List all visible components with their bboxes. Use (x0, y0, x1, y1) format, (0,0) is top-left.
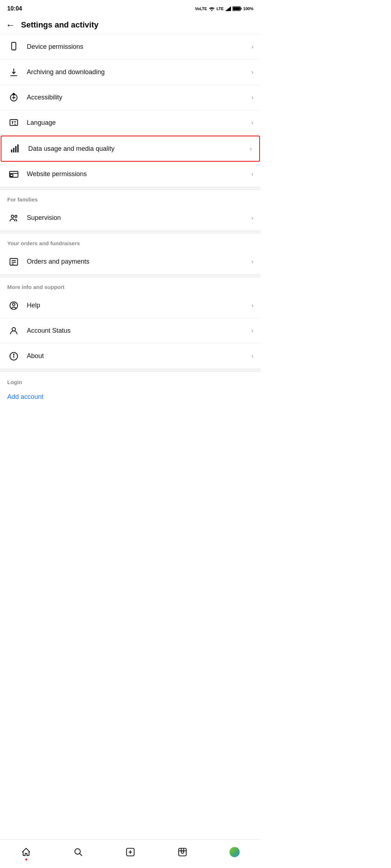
supervision-label: Supervision (27, 214, 61, 222)
settings-item-accessibility[interactable]: Accessibility › (0, 85, 261, 110)
settings-item-data-usage[interactable]: Data usage and media quality › (1, 136, 260, 162)
lte-icon: LTE (216, 7, 224, 11)
page-title: Settings and activity (21, 20, 98, 30)
back-button[interactable]: ← (6, 20, 15, 30)
svg-marker-1 (225, 7, 231, 11)
section-header-support: More info and support (0, 277, 261, 293)
supervision-icon (7, 212, 20, 225)
section-divider-families (0, 187, 261, 190)
login-header: Login (7, 379, 253, 385)
section-divider-support (0, 275, 261, 277)
svg-rect-4 (233, 7, 240, 10)
svg-rect-3 (240, 8, 241, 10)
section-divider-login (0, 369, 261, 372)
help-icon (7, 299, 20, 312)
svg-point-0 (211, 10, 212, 11)
signal-icon (225, 6, 231, 11)
chevron-icon: › (251, 258, 253, 265)
svg-point-32 (13, 354, 14, 354)
add-account-button[interactable]: Add account (7, 390, 253, 404)
chevron-icon: › (251, 43, 253, 51)
svg-rect-13 (10, 119, 18, 125)
section-header-orders: Your orders and fundraisers (0, 234, 261, 249)
settings-item-website-permissions[interactable]: Website permissions › (0, 162, 261, 187)
website-permissions-label: Website permissions (27, 170, 87, 178)
about-label: About (27, 352, 44, 360)
help-label: Help (27, 302, 40, 309)
language-label: Language (27, 119, 56, 127)
orders-payments-label: Orders and payments (27, 258, 89, 265)
svg-rect-5 (12, 42, 16, 50)
settings-item-device-permissions[interactable]: Device permissions › (0, 34, 261, 60)
svg-rect-15 (13, 148, 14, 153)
svg-point-21 (11, 215, 14, 217)
settings-item-about[interactable]: About › (0, 344, 261, 369)
chevron-icon: › (251, 94, 253, 101)
wifi-icon (209, 6, 215, 11)
settings-item-archiving[interactable]: Archiving and downloading › (0, 60, 261, 85)
volte-icon: VoLTE (195, 7, 207, 11)
page-header: ← Settings and activity (0, 16, 261, 34)
settings-item-account-status[interactable]: Account Status › (0, 318, 261, 344)
login-section: Login Add account (0, 372, 261, 407)
chevron-icon: › (251, 352, 253, 360)
settings-item-orders-payments[interactable]: Orders and payments › (0, 249, 261, 275)
svg-point-29 (12, 327, 15, 331)
svg-rect-14 (11, 149, 12, 152)
status-bar: 10:04 VoLTE LTE 100% (0, 0, 261, 16)
language-icon (7, 116, 20, 129)
device-permissions-label: Device permissions (27, 43, 83, 51)
svg-point-28 (13, 303, 15, 306)
battery-pct: 100% (243, 7, 253, 11)
info-icon (7, 350, 20, 363)
chevron-icon: › (250, 145, 252, 153)
accessibility-label: Accessibility (27, 94, 62, 101)
chevron-icon: › (251, 119, 253, 127)
svg-rect-17 (17, 144, 19, 152)
account-icon (7, 324, 20, 337)
status-icons: VoLTE LTE 100% (195, 6, 253, 11)
settings-item-supervision[interactable]: Supervision › (0, 205, 261, 231)
settings-list: Device permissions › Archiving and downl… (0, 34, 261, 407)
data-usage-label: Data usage and media quality (28, 145, 114, 153)
chevron-icon: › (251, 68, 253, 76)
chevron-icon: › (251, 214, 253, 222)
section-header-families: For families (0, 190, 261, 205)
archiving-label: Archiving and downloading (27, 68, 105, 76)
accessibility-icon (7, 91, 20, 104)
svg-rect-16 (15, 146, 17, 153)
account-status-label: Account Status (27, 327, 71, 335)
device-icon (7, 41, 20, 54)
svg-point-22 (15, 215, 17, 217)
battery-icon (232, 6, 242, 11)
section-divider-orders (0, 231, 261, 234)
chevron-icon: › (251, 170, 253, 178)
chevron-icon: › (251, 302, 253, 309)
settings-item-help[interactable]: Help › (0, 293, 261, 318)
website-icon (7, 168, 20, 181)
orders-icon (7, 255, 20, 268)
chevron-icon: › (251, 327, 253, 335)
settings-item-language[interactable]: Language › (0, 110, 261, 136)
svg-rect-20 (10, 174, 13, 176)
download-icon (7, 66, 20, 79)
status-time: 10:04 (7, 5, 22, 12)
data-usage-icon (9, 142, 22, 155)
